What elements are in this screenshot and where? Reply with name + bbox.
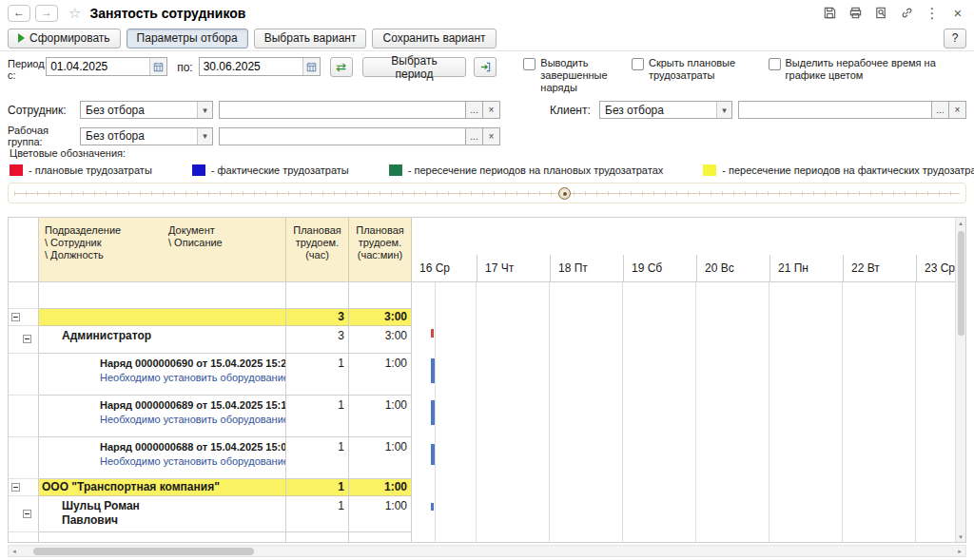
table-row-order[interactable]: Наряд 0000000688 от 15.04.2025 15:09:5 Н… [9, 437, 965, 479]
client-value-field: ... × [738, 101, 966, 119]
hours-min-value: 1:00 [349, 479, 412, 496]
legend-item-planned: - плановые трудозатраты [10, 164, 152, 176]
order-description: Необходимо установить оборудование [100, 372, 285, 383]
hours-value: 1 [286, 479, 349, 496]
calendar-icon[interactable] [149, 58, 166, 75]
row-gutter [9, 479, 39, 496]
hours-value: 1 [286, 496, 349, 532]
table-row-group[interactable]: ООО "Транспортная компания" 1 1:00 [9, 479, 965, 496]
planned-color-swatch [10, 164, 23, 176]
row-gutter [9, 396, 39, 437]
date-column-header: 18 Пт [550, 255, 623, 281]
collapse-toggle-icon[interactable] [23, 510, 31, 518]
hide-planned-checkbox[interactable] [632, 58, 644, 70]
favorite-star-icon[interactable]: ☆ [68, 5, 81, 22]
employee-clear-button[interactable]: × [483, 101, 500, 119]
period-to-field [199, 57, 321, 76]
chevron-down-icon[interactable]: ▾ [716, 102, 731, 118]
employee-filter-select[interactable]: Без отбора ▾ [80, 101, 213, 119]
more-menu-icon[interactable]: ⋮ [924, 5, 941, 22]
workgroup-label: Рабочая группа: [8, 125, 80, 147]
actual-overlap-color-swatch [703, 164, 716, 176]
table-row-employee[interactable]: Шульц Роман Павлович 1 1:00 [9, 496, 965, 532]
hours-min-value: 3:00 [349, 326, 412, 354]
row-gutter [9, 326, 39, 354]
save-variant-button[interactable]: Сохранить вариант [372, 29, 496, 48]
actual-effort-bar [431, 358, 435, 383]
department-header: Подразделение \ Сотрудник \ Должность [45, 224, 121, 261]
scroll-up-icon[interactable]: ▴ [956, 218, 965, 228]
calendar-icon[interactable] [302, 58, 320, 75]
table-row-group[interactable]: 3 3:00 [9, 309, 965, 326]
swap-period-icon[interactable]: ⇄ [330, 57, 353, 77]
date-column-header: 19 Сб [623, 255, 696, 281]
color-legend: - плановые трудозатраты - фактические тр… [10, 164, 964, 176]
chevron-down-icon[interactable]: ▾ [197, 128, 212, 145]
highlight-offhours-checkbox[interactable] [769, 58, 781, 70]
workgroup-value-input[interactable] [219, 127, 466, 145]
choose-period-button[interactable]: Выбрать период [362, 57, 467, 77]
workgroup-filter-select[interactable]: Без отбора ▾ [80, 127, 213, 145]
help-button[interactable]: ? [944, 29, 966, 48]
close-icon[interactable]: × [949, 5, 966, 22]
order-cell: Наряд 0000000690 от 15.04.2025 15:20:4 Н… [39, 354, 286, 396]
client-pick-button[interactable]: ... [932, 101, 949, 119]
show-completed-checkbox[interactable] [523, 58, 536, 70]
print-icon[interactable] [847, 5, 864, 22]
table-row-order[interactable]: Наряд 0000000689 от 15.04.2025 15:18:4 Н… [9, 396, 965, 437]
save-icon[interactable] [821, 5, 838, 22]
legend-item-actual-overlap: - пересечение периодов на фактических тр… [703, 164, 974, 176]
collapse-toggle-icon[interactable] [11, 313, 20, 321]
date-column-header: 20 Вс [696, 255, 769, 281]
period-presets-icon[interactable] [474, 57, 497, 77]
gutter-header [9, 218, 39, 281]
generate-button[interactable]: Сформировать [8, 29, 121, 48]
workgroup-clear-button[interactable]: × [483, 127, 500, 145]
workgroup-filter-row: Рабочая группа: Без отбора ▾ ... × [8, 125, 966, 147]
employee-pick-button[interactable]: ... [466, 101, 483, 119]
hours-min-column-header: Плановая трудоем. (час:мин) [349, 218, 412, 281]
vertical-scrollbar[interactable]: ▴ ▾ [955, 218, 965, 542]
run-icon [18, 33, 25, 43]
horizontal-scroll-thumb[interactable] [33, 548, 254, 555]
choose-variant-button[interactable]: Выбрать вариант [254, 29, 367, 48]
scroll-down-icon[interactable]: ▾ [956, 531, 965, 542]
client-clear-button[interactable]: × [949, 101, 966, 119]
horizontal-scrollbar[interactable]: ◂ ▸ [8, 545, 966, 557]
report-toolbar: Сформировать Параметры отбора Выбрать ва… [0, 26, 974, 51]
forward-button[interactable]: → [35, 5, 58, 22]
employee-value-input[interactable] [219, 101, 466, 119]
show-completed-checkbox-group: Выводить завершенные наряды [523, 57, 614, 94]
hours-value: 3 [286, 309, 349, 326]
order-cell: Наряд 0000000689 от 15.04.2025 15:18:4 Н… [39, 396, 286, 437]
client-value-input[interactable] [738, 101, 932, 119]
table-row-order[interactable]: Наряд 0000000690 от 15.04.2025 15:20:4 Н… [9, 354, 965, 396]
row-gutter [9, 437, 39, 479]
hours-value: 1 [286, 437, 349, 479]
collapse-toggle-icon[interactable] [23, 335, 31, 343]
period-from-input[interactable] [47, 58, 149, 75]
back-button[interactable]: ← [8, 5, 30, 22]
vertical-scroll-thumb[interactable] [958, 231, 964, 336]
link-icon[interactable] [898, 5, 915, 22]
preview-icon[interactable] [872, 5, 889, 22]
scroll-left-icon[interactable]: ◂ [9, 546, 20, 556]
slider-handle[interactable] [558, 187, 571, 200]
date-header-strip: 16 Ср 17 Чт 18 Пт 19 Сб 20 Вс 21 Пн 22 В… [412, 218, 965, 281]
slider-track[interactable] [14, 193, 960, 194]
filter-params-button[interactable]: Параметры отбора [127, 29, 248, 48]
chart-cell [412, 437, 965, 479]
highlight-offhours-checkbox-group: Выделить нерабочее время на графике цвет… [769, 57, 966, 82]
scroll-right-icon[interactable]: ▸ [954, 546, 965, 556]
order-title: Наряд 0000000690 от 15.04.2025 15:20:4 [100, 357, 285, 369]
name-column-header: Подразделение \ Сотрудник \ Должность До… [39, 218, 286, 281]
collapse-toggle-icon[interactable] [11, 483, 20, 492]
workgroup-pick-button[interactable]: ... [466, 127, 483, 145]
chevron-down-icon[interactable]: ▾ [197, 102, 212, 118]
table-row-employee[interactable]: Администратор 3 3:00 [9, 326, 965, 354]
period-to-input[interactable] [200, 58, 302, 75]
spacer-row [9, 282, 965, 309]
workgroup-value-field: ... × [219, 127, 500, 145]
client-filter-select[interactable]: Без отбора ▾ [599, 101, 732, 119]
actual-effort-bar [431, 444, 435, 465]
